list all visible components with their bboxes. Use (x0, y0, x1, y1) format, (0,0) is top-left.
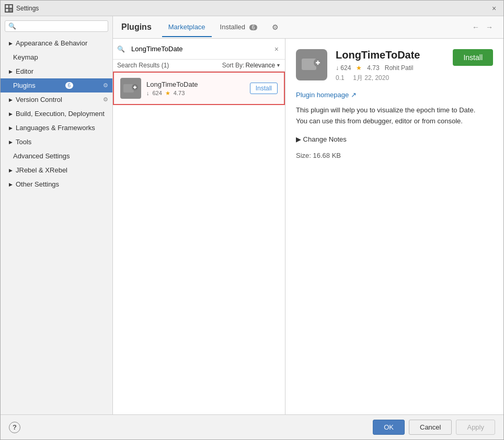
expand-arrow-icon: ▶ (9, 182, 13, 187)
plugin-icon (120, 78, 141, 99)
footer-buttons: OK Cancel Apply (373, 420, 495, 435)
sidebar-item-build[interactable]: ▶ Build, Execution, Deployment (1, 107, 112, 121)
plugins-header: Plugins Marketplace Installed 6 ⚙ ← → (113, 16, 503, 39)
author-name: Rohit Patil (385, 64, 414, 72)
sidebar-item-appearance[interactable]: ▶ Appearance & Behavior (1, 36, 112, 50)
titlebar: Settings × (1, 1, 503, 16)
install-button-large[interactable]: Install (453, 49, 493, 66)
sidebar-item-plugins[interactable]: Plugins 6 ⚙ (1, 78, 112, 92)
plugin-search-input[interactable] (127, 43, 270, 55)
description-line1: This plugin will help you to visualize t… (296, 105, 493, 116)
sidebar-item-label: Other Settings (16, 180, 59, 188)
footer-left: ? (9, 422, 20, 433)
sidebar-item-version-control[interactable]: ▶ Version Control ⚙ (1, 92, 112, 107)
close-button[interactable]: × (489, 3, 499, 14)
list-item[interactable]: LongTimeToDate ↓ 624 ★ 4.73 Install (113, 72, 285, 105)
expand-arrow-icon: ▶ (9, 111, 13, 117)
expand-arrow-icon: ▶ (9, 168, 13, 173)
plugin-description: This plugin will help you to visualize t… (296, 105, 493, 127)
install-button-small[interactable]: Install (250, 83, 278, 94)
sidebar-item-label: Languages & Frameworks (16, 124, 95, 132)
plugin-date: 1月 22, 2020 (353, 74, 389, 82)
ok-button[interactable]: OK (373, 420, 405, 435)
panel-title: Plugins (121, 16, 152, 38)
tab-installed-label: Installed (220, 23, 245, 31)
sidebar-item-advanced[interactable]: Advanced Settings (1, 149, 112, 163)
titlebar-left: Settings (5, 4, 39, 13)
help-button[interactable]: ? (9, 422, 20, 433)
clear-search-button[interactable]: × (272, 44, 281, 54)
plugin-item-meta: ↓ 624 ★ 4.73 (146, 90, 245, 97)
tab-marketplace[interactable]: Marketplace (162, 18, 212, 37)
sidebar-item-label: Advanced Settings (13, 152, 70, 160)
plugin-detail-header: LongTimeToDate ↓ 624 ★ 4.73 Rohit Patil … (296, 49, 493, 83)
plugin-detail-name: LongTimeToDate (336, 49, 444, 61)
sidebar-item-label: Appearance & Behavior (16, 39, 87, 47)
search-panel: 🔍 × Search Results (1) Sort By: Relevanc… (113, 39, 285, 414)
expand-arrow-icon: ▶ (9, 125, 13, 131)
sidebar-item-label: Build, Execution, Deployment (16, 110, 105, 118)
search-icon: 🔍 (117, 45, 125, 53)
apply-button[interactable]: Apply (456, 420, 495, 435)
plugin-detail-panel: LongTimeToDate ↓ 624 ★ 4.73 Rohit Patil … (285, 39, 503, 414)
rating-value-detail: 4.73 (367, 64, 379, 72)
rating-value: 4.73 (174, 90, 185, 96)
svg-rect-0 (6, 5, 8, 8)
sidebar-item-label: Plugins (13, 82, 36, 89)
plugin-item-info: LongTimeToDate ↓ 624 ★ 4.73 (146, 80, 245, 97)
plugin-tabs: Marketplace Installed 6 ⚙ (162, 18, 283, 37)
plugin-version-date: 0.1 1月 22, 2020 (336, 74, 444, 83)
sidebar-item-editor[interactable]: ▶ Editor (1, 64, 112, 78)
sidebar-item-languages[interactable]: ▶ Languages & Frameworks (1, 121, 112, 135)
search-icon: 🔍 (8, 22, 16, 30)
nav-forward-button[interactable]: → (484, 21, 495, 33)
sort-value: Relevance (245, 62, 275, 69)
window-title: Settings (16, 5, 39, 12)
expand-arrow-icon: ▶ (9, 97, 13, 102)
app-icon (5, 4, 13, 13)
sort-label: Sort By: (222, 62, 245, 69)
plugin-search-bar: 🔍 × (113, 39, 285, 60)
tab-marketplace-label: Marketplace (168, 23, 205, 31)
plugin-detail-info: LongTimeToDate ↓ 624 ★ 4.73 Rohit Patil … (336, 49, 444, 83)
sidebar-item-jrebel[interactable]: ▶ JRebel & XRebel (1, 163, 112, 177)
sidebar-item-other[interactable]: ▶ Other Settings (1, 177, 112, 191)
star-icon: ★ (356, 64, 362, 72)
settings-window: Settings × 🔍 ▶ Appearance & Behavior Key… (0, 0, 504, 440)
download-icon: ↓ (146, 90, 150, 96)
plugin-detail-meta: ↓ 624 ★ 4.73 Rohit Patil (336, 64, 444, 72)
plugin-size: Size: 16.68 KB (296, 152, 493, 159)
sort-arrow-icon: ▼ (276, 63, 281, 68)
svg-rect-2 (6, 9, 8, 11)
sidebar-item-keymap[interactable]: Keymap (1, 50, 112, 64)
sidebar-item-label: Keymap (13, 53, 38, 61)
sidebar-search-box[interactable]: 🔍 (5, 20, 108, 32)
footer: ? OK Cancel Apply (1, 414, 503, 439)
change-notes-toggle[interactable]: ▶ Change Notes (296, 135, 493, 143)
gear-icon: ⚙ (103, 82, 108, 89)
nav-arrows: ← → (470, 21, 495, 33)
results-count: Search Results (1) (117, 62, 169, 69)
plugin-homepage-link[interactable]: Plugin homepage ↗ (296, 91, 357, 99)
download-count-detail: ↓ 624 (336, 64, 351, 72)
tab-installed[interactable]: Installed 6 (214, 18, 264, 37)
plugin-version: 0.1 (336, 74, 345, 82)
settings-gear-button[interactable]: ⚙ (268, 19, 283, 36)
sidebar-search-input[interactable] (18, 22, 105, 30)
installed-count-badge: 6 (249, 25, 258, 30)
plugin-item-name: LongTimeToDate (146, 80, 245, 88)
cancel-button[interactable]: Cancel (409, 420, 452, 435)
gear-icon: ⚙ (103, 96, 108, 103)
sidebar-item-tools[interactable]: ▶ Tools (1, 135, 112, 149)
sort-dropdown[interactable]: Sort By: Relevance ▼ (222, 62, 281, 69)
plugins-badge: 6 (65, 82, 74, 89)
right-panel: Plugins Marketplace Installed 6 ⚙ ← → (113, 16, 503, 414)
nav-back-button[interactable]: ← (470, 21, 482, 33)
star-icon: ★ (165, 90, 170, 97)
sidebar-item-label: Editor (16, 67, 33, 75)
expand-arrow-icon: ▶ (9, 69, 13, 74)
main-content: 🔍 ▶ Appearance & Behavior Keymap ▶ Edito… (1, 16, 503, 414)
svg-rect-1 (9, 5, 12, 8)
search-results-header: Search Results (1) Sort By: Relevance ▼ (113, 60, 285, 72)
description-line2: You can use this from debugger, editor o… (296, 116, 493, 127)
